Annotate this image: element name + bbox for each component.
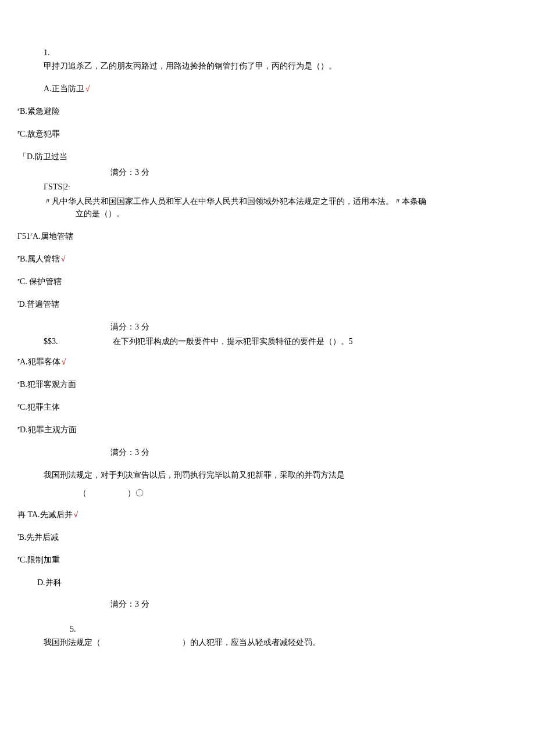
q1-d-prefix: 「D.	[19, 152, 35, 161]
q2-option-b: ʳB.属人管辖√	[17, 253, 518, 265]
q2-c-prefix: ʳC.	[17, 277, 29, 286]
q2-a-prefix: Γ51ʳA.	[17, 232, 41, 241]
q2-stem-line2: 立的是（）。	[76, 207, 494, 220]
q2-d-text: 普遍管辖	[27, 300, 59, 309]
q1-a-prefix: A.	[44, 84, 52, 93]
q3-d-prefix: ʳD.	[17, 425, 28, 434]
q2-b-tick: √	[61, 255, 66, 263]
q1-option-a: A.正当防卫√	[44, 83, 518, 95]
q5-number: 5.	[70, 623, 518, 635]
q3-a-prefix: ʳA.	[17, 357, 28, 366]
q4-b-prefix: 'B.	[17, 533, 26, 542]
q4-stem: 我国刑法规定，对于判决宣告以后，刑罚执行完毕以前又犯新罪，采取的并罚方法是	[44, 469, 518, 481]
q2-b-text: 属人管辖	[27, 255, 60, 263]
q4-paren: （ ）〇	[79, 487, 518, 499]
q1-option-b: ʳB.紧急避险	[17, 105, 518, 117]
q3-score: 满分：3 分	[110, 446, 518, 458]
q4-d-text: 并科	[45, 578, 62, 587]
q4-c-prefix: ʳC.	[17, 556, 27, 564]
q2-a-text: 属地管辖	[41, 232, 73, 241]
q3-b-prefix: ʳB.	[17, 380, 27, 389]
q3-a-text: 犯罪客体	[28, 357, 60, 366]
q4-option-a: 再 TA.先减后并√	[17, 508, 518, 521]
q2-header-text: ΓSTS|2·	[44, 182, 70, 191]
q1-stem: 甲持刀追杀乙，乙的朋友丙路过，用路边捡拾的钢管打伤了甲，丙的行为是（）。	[44, 60, 494, 72]
q1-a-tick: √	[85, 84, 90, 93]
q3-option-b: ʳB.犯罪客观方面	[17, 378, 518, 390]
q3-c-prefix: ʳC.	[17, 403, 27, 411]
q3-b-text: 犯罪客观方面	[27, 380, 76, 389]
q3-c-text: 犯罪主体	[27, 403, 60, 411]
q2-option-d: 'D.普遍管辖	[17, 298, 518, 310]
q4-option-b: 'B.先并后减	[17, 531, 518, 543]
q4-score: 满分：3 分	[110, 598, 518, 610]
q4-b-text: 先并后减	[26, 533, 59, 542]
q1-a-text: 正当防卫	[52, 84, 84, 93]
q3-row: $$3. 在下列犯罪构成的一般要件中，提示犯罪实质特征的要件是（）。5	[44, 335, 518, 347]
q3-option-a: ʳA.犯罪客体√	[17, 356, 518, 368]
q1-c-prefix: ʳC.	[17, 130, 27, 138]
q3-d-text: 犯罪主观方面	[28, 425, 77, 434]
q1-b-text: 紧急避险	[27, 107, 60, 116]
q4-d-prefix: D.	[37, 578, 45, 587]
q4-option-c: ʳC.限制加重	[17, 554, 518, 566]
q1-option-c: ʳC.故意犯罪	[17, 128, 518, 140]
q1-number: 1.	[44, 46, 518, 59]
q4-c-text: 限制加重	[27, 556, 60, 564]
q2-option-a: Γ51ʳA.属地管辖	[17, 230, 518, 242]
q1-d-text: 防卫过当	[35, 152, 67, 161]
q3-a-tick: √	[62, 357, 66, 366]
q2-score: 满分：3 分	[110, 321, 518, 333]
q3-option-c: ʳC.犯罪主体	[17, 401, 518, 413]
q5-stem: 我国刑法规定（ ）的人犯罪，应当从轻或者减轻处罚。	[44, 636, 518, 648]
q2-stem: 〃凡中华人民共和国国家工作人员和军人在中华人民共和国领域外犯本法规定之罪的，适用…	[44, 195, 494, 220]
q1-c-text: 故意犯罪	[27, 130, 60, 138]
q4-option-d: D.并科	[37, 576, 518, 589]
q1-option-d: 「D.防卫过当	[19, 151, 518, 163]
q2-c-text: 保护管辖	[29, 277, 62, 286]
q2-b-prefix: ʳB.	[17, 255, 27, 263]
q4-a-text: 先减后并	[40, 510, 73, 519]
q3-marker: $$3.	[44, 335, 110, 347]
q4-a-tick: √	[74, 510, 79, 519]
q1-b-prefix: ʳB.	[17, 107, 27, 116]
q2-option-c: ʳC. 保护管辖	[17, 275, 518, 288]
q2-stem-line1: 〃凡中华人民共和国国家工作人员和军人在中华人民共和国领域外犯本法规定之罪的，适用…	[44, 195, 494, 207]
q3-option-d: ʳD.犯罪主观方面	[17, 424, 518, 436]
q4-a-prefix: 再 TA.	[17, 510, 40, 519]
q2-header: ΓSTS|2·	[44, 181, 518, 193]
q1-score: 满分：3 分	[110, 166, 518, 178]
q3-stem: 在下列犯罪构成的一般要件中，提示犯罪实质特征的要件是（）。5	[113, 335, 353, 347]
q2-d-prefix: 'D.	[17, 300, 27, 309]
